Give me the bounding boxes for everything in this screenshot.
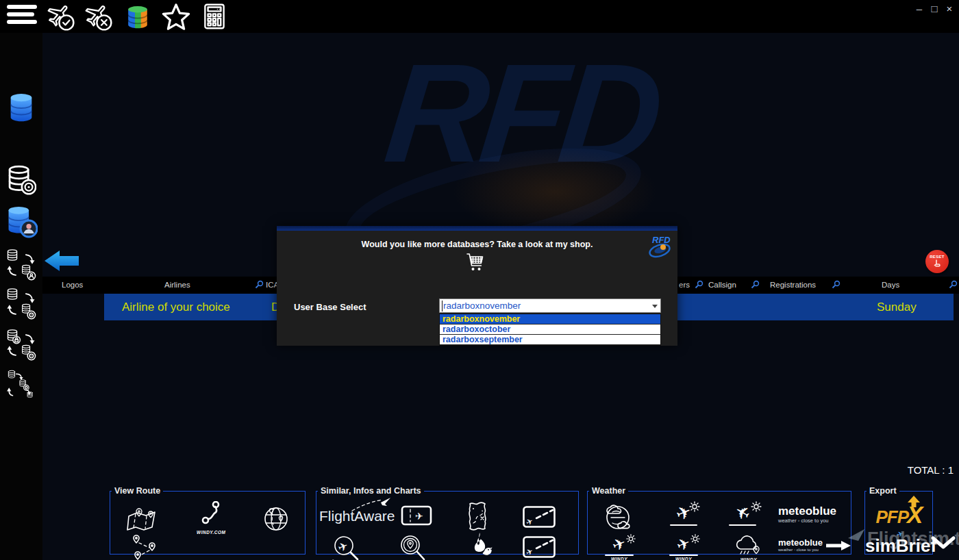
search-location-icon[interactable] bbox=[397, 534, 429, 560]
meteoblue-export-logo[interactable]: meteoblue weather ◦ close to you bbox=[778, 538, 849, 552]
similar-infos-charts-title: Similar, Infos and Charts bbox=[318, 486, 424, 496]
header-days: Days bbox=[882, 281, 899, 289]
rfd-logo: RFD bbox=[647, 233, 674, 260]
minimize-button[interactable]: – bbox=[912, 3, 926, 14]
row-day-cell: Sunday bbox=[877, 301, 917, 314]
departure-windy-icon[interactable]: ✈ WINDY bbox=[600, 535, 638, 560]
flightaware-logo[interactable]: FlightAware bbox=[319, 508, 395, 524]
search-similar-flights-icon[interactable]: ✈ bbox=[330, 534, 363, 560]
view-route-title: View Route bbox=[112, 486, 163, 496]
database-user-icon[interactable] bbox=[5, 204, 38, 241]
windy-label: WINDY bbox=[664, 557, 703, 560]
meteoblue-logo[interactable]: meteoblue weather ◦ close to you bbox=[778, 505, 849, 524]
airlines-search-icon[interactable] bbox=[255, 280, 264, 290]
user-base-select-label: User Base Select bbox=[294, 302, 366, 312]
route-pins-icon[interactable] bbox=[129, 534, 160, 560]
dialog-title-strip bbox=[277, 226, 677, 231]
export-title: Export bbox=[867, 486, 899, 496]
scroll-down-chevron[interactable] bbox=[930, 535, 956, 555]
flightsim-plane-icon bbox=[847, 527, 867, 548]
left-sidebar bbox=[0, 33, 42, 560]
treasure-map-icon[interactable] bbox=[462, 500, 493, 534]
dropdown-option[interactable]: radarboxoctober bbox=[440, 324, 660, 335]
callsign-search-icon[interactable] bbox=[751, 280, 760, 290]
pfpx-arrow-icon bbox=[906, 496, 921, 508]
numbers-search-icon[interactable] bbox=[695, 280, 703, 290]
globe-route-icon[interactable] bbox=[260, 502, 292, 538]
departure-weather-icon[interactable]: ✈ bbox=[664, 502, 703, 526]
flight-chart-icon[interactable]: ✈ bbox=[522, 505, 556, 531]
dialog-title: Would you like more databases? Take a lo… bbox=[277, 240, 677, 249]
header-airlines: Airlines bbox=[164, 281, 190, 289]
pfpx-logo[interactable]: PFPX bbox=[871, 501, 928, 529]
world-weather-icon[interactable] bbox=[600, 501, 636, 537]
dropdown-option[interactable]: radarboxseptember bbox=[440, 335, 660, 345]
reset-button[interactable]: RESET bbox=[925, 250, 949, 273]
maximize-button[interactable]: □ bbox=[927, 3, 941, 14]
rfd-globe-decoration bbox=[452, 147, 658, 236]
favorites-star-icon[interactable] bbox=[160, 2, 192, 35]
map-route-icon[interactable] bbox=[125, 505, 160, 535]
pfpx-text: PFP bbox=[876, 507, 909, 527]
database-target-icon[interactable] bbox=[6, 164, 36, 199]
databases-color-icon[interactable] bbox=[123, 4, 152, 33]
rain-location-windy-icon[interactable]: WINDY bbox=[732, 531, 766, 560]
menu-icon[interactable] bbox=[7, 5, 37, 24]
header-logos: Logos bbox=[62, 281, 83, 289]
header-callsign: Callsign bbox=[708, 281, 736, 289]
flight-ticket-icon[interactable]: ✈ bbox=[400, 504, 433, 530]
days-search-icon[interactable] bbox=[949, 280, 958, 290]
total-count: TOTAL : 1 bbox=[908, 464, 954, 476]
dropdown-option-selected[interactable]: radarboxnovember bbox=[440, 314, 660, 324]
plane-x-icon[interactable] bbox=[83, 3, 114, 34]
calculator-icon[interactable] bbox=[201, 3, 228, 33]
user-base-combobox[interactable]: radarboxnovember bbox=[439, 298, 661, 313]
weather-panel: Weather ✈ ✈ meteobl bbox=[587, 486, 851, 555]
app-window: – □ × bbox=[0, 0, 959, 560]
close-button[interactable]: × bbox=[943, 3, 956, 14]
combobox-value: radarboxnovember bbox=[443, 301, 521, 311]
user-base-dropdown-list: radarboxnovember radarboxoctober radarbo… bbox=[439, 314, 661, 346]
svg-text:✈: ✈ bbox=[415, 511, 423, 522]
database-sync-user-icon[interactable] bbox=[5, 249, 37, 284]
arrival-weather-icon[interactable]: ✈ bbox=[723, 502, 762, 526]
top-toolbar: – □ × bbox=[0, 0, 959, 33]
fox-bird-icon[interactable] bbox=[466, 531, 495, 560]
meteoblue-subtitle: weather ◦ close to you bbox=[778, 518, 849, 524]
view-route-panel: View Route WINDY.COM bbox=[110, 486, 306, 555]
database-lock-sync-icon[interactable] bbox=[5, 329, 37, 364]
database-sync-target-icon[interactable] bbox=[5, 288, 37, 323]
user-base-select-dialog: Would you like more databases? Take a lo… bbox=[277, 226, 677, 346]
database-blue-icon[interactable] bbox=[5, 91, 37, 127]
registrations-search-icon[interactable] bbox=[832, 280, 840, 290]
text-cursor bbox=[442, 301, 443, 311]
windy-label: WINDY bbox=[600, 557, 638, 560]
weather-title: Weather bbox=[589, 486, 628, 496]
plane-check-icon[interactable] bbox=[45, 3, 77, 34]
header-numbers-clipped: ers bbox=[679, 281, 690, 289]
windy-com-label: WINDY.COM bbox=[197, 530, 226, 535]
shop-cart-icon[interactable] bbox=[463, 252, 488, 278]
windy-label: WINDY bbox=[732, 557, 766, 560]
header-registrations: Registrations bbox=[770, 281, 816, 289]
back-arrow-button[interactable] bbox=[43, 246, 83, 278]
departure-windy-icon-2[interactable]: ✈ WINDY bbox=[664, 535, 703, 560]
flight-chart-icon-2[interactable]: ✈ bbox=[522, 535, 556, 560]
windy-com-route-icon[interactable]: WINDY.COM bbox=[197, 501, 226, 535]
combobox-dropdown-arrow-icon[interactable] bbox=[652, 305, 658, 308]
svg-text:RFD: RFD bbox=[652, 235, 671, 245]
row-airline-cell: Airline of your choice bbox=[122, 301, 230, 314]
meteoblue-label: meteoblue bbox=[778, 505, 849, 517]
similar-infos-charts-panel: Similar, Infos and Charts FlightAware ✈ bbox=[316, 486, 579, 555]
database-transfer-multi-icon[interactable] bbox=[7, 370, 36, 403]
